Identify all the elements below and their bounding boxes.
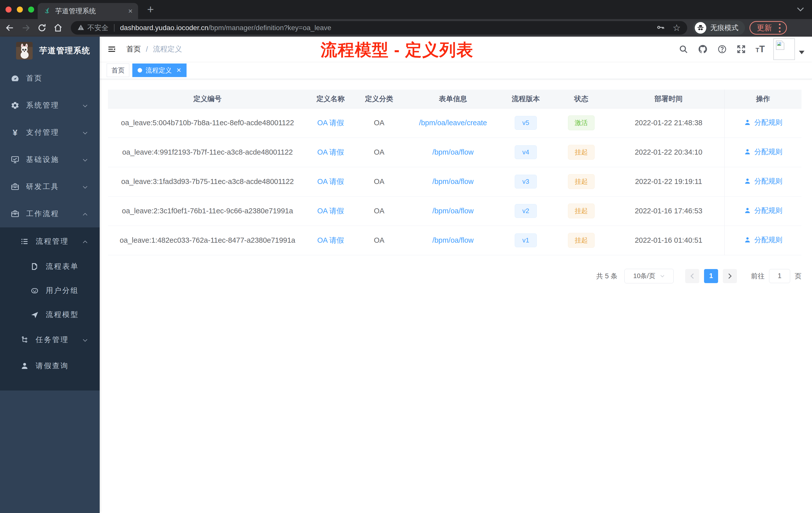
form-link[interactable]: /bpm/oa/flow	[432, 236, 473, 244]
sidebar-item-process-management[interactable]: 流程管理	[0, 229, 100, 254]
browser-menu-icon[interactable]	[779, 24, 781, 32]
sidebar-item-task-management[interactable]: 任务管理	[0, 327, 100, 353]
assign-rule-button[interactable]: 分配规则	[744, 176, 782, 186]
chrome-update-button[interactable]: 更新	[750, 21, 787, 35]
fullscreen-icon[interactable]	[736, 44, 746, 54]
yen-icon: ¥	[10, 128, 20, 137]
version-badge[interactable]: v3	[515, 175, 537, 188]
definition-id: oa_leave:1:482ec033-762a-11ec-8477-a2380…	[108, 225, 307, 255]
goto-label: 前往	[751, 272, 764, 280]
version-badge[interactable]: v1	[515, 233, 537, 247]
col-definition-category: 定义分类	[354, 90, 404, 108]
app-logo-row[interactable]: 芋道管理系统	[0, 37, 100, 65]
chevron-down-icon	[660, 274, 665, 278]
prev-page-button[interactable]	[685, 269, 699, 283]
avatar[interactable]	[773, 38, 795, 60]
breadcrumb-home[interactable]: 首页	[126, 44, 141, 54]
definition-name-link[interactable]: OA 请假	[317, 177, 344, 185]
col-process-version: 流程版本	[502, 90, 550, 108]
status-badge[interactable]: 挂起	[568, 174, 594, 189]
home-icon[interactable]	[53, 23, 63, 33]
document-edit-icon	[30, 262, 40, 271]
pagination: 共 5 条 10条/页 1 前往 1 页	[108, 269, 802, 283]
definition-category: OA	[354, 225, 404, 255]
font-size-icon[interactable]: TT	[755, 45, 765, 54]
sidebar-item-system[interactable]: 系统管理	[0, 92, 100, 119]
sidebar-item-process-form[interactable]: 流程表单	[0, 254, 100, 279]
tab-home[interactable]: 首页	[107, 63, 129, 77]
security-warning-icon[interactable]	[77, 24, 84, 32]
broken-image-icon	[775, 40, 785, 52]
definition-name-link[interactable]: OA 请假	[317, 148, 344, 156]
browser-tab[interactable]: 芋道管理系统 ×	[38, 3, 138, 19]
close-window-button[interactable]	[5, 6, 11, 12]
robot-face-icon	[30, 286, 40, 295]
version-badge[interactable]: v5	[515, 116, 537, 130]
definition-id: oa_leave:2:3c1f0ef1-76b1-11ec-9c66-a2380…	[108, 196, 307, 225]
bookmark-star-icon[interactable]: ☆	[673, 23, 681, 32]
minimize-window-button[interactable]	[17, 6, 23, 12]
definition-name-link[interactable]: OA 请假	[317, 119, 344, 127]
definition-name-link[interactable]: OA 请假	[317, 236, 344, 244]
new-tab-button[interactable]: +	[147, 2, 154, 16]
main-area: 流程模型 - 定义列表 首页 / 流程定义	[100, 37, 812, 513]
avatar-dropdown-caret-icon[interactable]	[799, 51, 805, 54]
assign-rule-button[interactable]: 分配规则	[744, 235, 782, 245]
toolbox-icon	[10, 182, 20, 191]
assign-rule-button[interactable]: 分配规则	[744, 206, 782, 215]
chevron-down-icon	[82, 128, 88, 137]
sidebar-item-dev-tools[interactable]: 研发工具	[0, 173, 100, 200]
assign-rule-button[interactable]: 分配规则	[744, 118, 782, 127]
url-text[interactable]: dashboard.yudao.iocoder.cn/bpm/manager/d…	[120, 24, 657, 32]
status-badge[interactable]: 挂起	[568, 233, 594, 248]
sidebar-item-payment[interactable]: ¥ 支付管理	[0, 119, 100, 146]
definition-name-link[interactable]: OA 请假	[317, 207, 344, 215]
search-icon[interactable]	[679, 44, 688, 54]
active-tab-dot	[138, 68, 142, 72]
tab-close-icon[interactable]: ×	[128, 7, 133, 15]
sidebar-item-infrastructure[interactable]: 基础设施	[0, 146, 100, 173]
back-icon[interactable]	[5, 23, 14, 33]
security-label[interactable]: 不安全	[87, 23, 109, 33]
status-badge[interactable]: 挂起	[568, 204, 594, 218]
page-unit-label: 页	[795, 272, 802, 280]
form-link[interactable]: /bpm/oa/flow	[432, 207, 473, 215]
sidebar-item-home[interactable]: 首页	[0, 65, 100, 92]
status-badge[interactable]: 激活	[568, 116, 594, 130]
goto-page-input[interactable]: 1	[769, 269, 790, 283]
page-number-button[interactable]: 1	[704, 269, 718, 283]
tab-search-chevron-icon[interactable]	[796, 5, 805, 14]
version-badge[interactable]: v4	[515, 145, 537, 159]
chevron-down-icon	[82, 101, 88, 110]
assign-rule-button[interactable]: 分配规则	[744, 147, 782, 157]
reload-icon[interactable]	[37, 23, 47, 33]
sidebar-collapse-icon[interactable]	[107, 45, 116, 54]
form-link[interactable]: /bpm/oa/flow	[432, 148, 473, 156]
next-page-button[interactable]	[723, 269, 737, 283]
help-icon[interactable]	[717, 44, 727, 54]
page-size-select[interactable]: 10条/页	[625, 269, 674, 283]
version-badge[interactable]: v2	[515, 204, 537, 218]
form-link[interactable]: /bpm/oa/flow	[432, 177, 473, 185]
sidebar-item-user-group[interactable]: 用户分组	[0, 279, 100, 303]
status-badge[interactable]: 挂起	[568, 145, 594, 160]
github-icon[interactable]	[698, 44, 708, 54]
incognito-badge[interactable]: 无痕模式	[693, 21, 745, 35]
dashboard-icon	[10, 73, 20, 83]
window-controls[interactable]	[5, 6, 34, 12]
forward-icon[interactable]	[21, 23, 31, 33]
sidebar-item-workflow[interactable]: 工作流程	[0, 200, 100, 228]
incognito-icon	[695, 22, 706, 34]
tab-process-definition[interactable]: 流程定义 ✕	[132, 63, 186, 77]
app-title: 芋道管理系统	[39, 45, 90, 56]
tab-close-icon[interactable]: ✕	[176, 67, 181, 74]
form-link[interactable]: /bpm/oa/leave/create	[419, 119, 487, 127]
sidebar-item-leave-query[interactable]: 请假查询	[0, 353, 100, 379]
address-bar[interactable]: 不安全 dashboard.yudao.iocoder.cn/bpm/manag…	[71, 21, 687, 35]
update-label[interactable]: 更新	[757, 23, 772, 33]
list-icon	[20, 237, 30, 246]
chevron-down-icon	[82, 336, 88, 344]
sidebar-item-process-model[interactable]: 流程模型	[0, 303, 100, 327]
key-icon[interactable]	[657, 23, 665, 33]
maximize-window-button[interactable]	[28, 6, 34, 12]
